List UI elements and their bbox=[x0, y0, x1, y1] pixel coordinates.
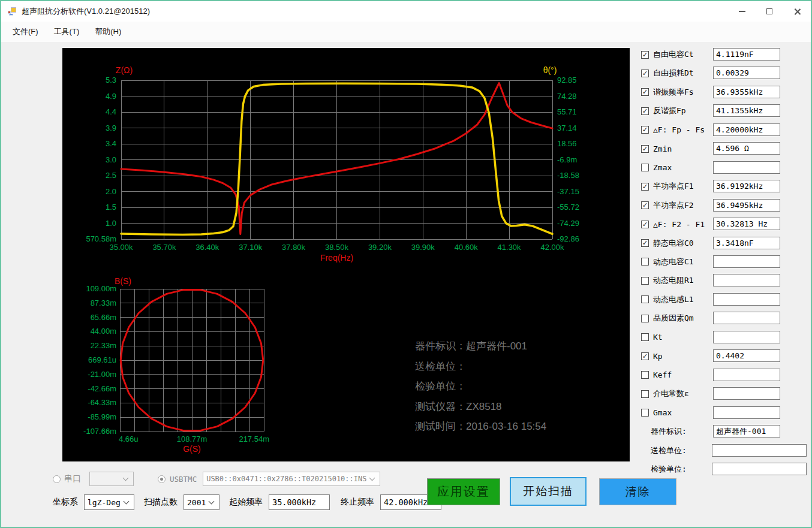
stop-freq-label: 终止频率 bbox=[341, 497, 374, 508]
field-fp[interactable] bbox=[713, 104, 780, 117]
tick-label: 22.33m bbox=[91, 341, 116, 350]
app-window: 超声阻抗分析软件(V1.0.21@201512) 文件(F) 工具(T) 帮助(… bbox=[0, 0, 812, 528]
tick-label: 2.5 bbox=[106, 171, 116, 180]
field-sender-unit[interactable] bbox=[712, 444, 807, 457]
field-qm[interactable] bbox=[713, 312, 780, 324]
tick-label: 4.4 bbox=[106, 107, 116, 116]
menu-help[interactable]: 帮助(H) bbox=[87, 22, 129, 41]
close-button[interactable] bbox=[783, 1, 811, 22]
checkbox-kt[interactable] bbox=[641, 333, 649, 341]
label-kt: Kt bbox=[653, 333, 663, 342]
field-c0[interactable] bbox=[713, 237, 780, 249]
usbtmc-radio[interactable] bbox=[158, 475, 166, 483]
field-df-f2-f1[interactable] bbox=[713, 218, 780, 230]
coord-system-combo[interactable]: lgZ-Deg bbox=[84, 494, 134, 510]
result-row-dt: 自由损耗Dt bbox=[640, 67, 811, 80]
field-f1[interactable] bbox=[713, 180, 780, 192]
apply-settings-button[interactable]: 应用设置 bbox=[427, 478, 500, 505]
usbtmc-address-combo[interactable]: USB0::0x0471::0x2786::T020215010::INSTR bbox=[203, 472, 380, 486]
checkbox-l1[interactable] bbox=[641, 295, 649, 303]
result-row-epsilon: 介电常数ε bbox=[640, 387, 811, 400]
charts-svg: 5.34.94.43.93.43.02.52.01.51.0570.58m92.… bbox=[62, 48, 630, 461]
menu-tools[interactable]: 工具(T) bbox=[46, 22, 88, 41]
minimize-button[interactable] bbox=[728, 1, 756, 22]
checkbox-kp[interactable] bbox=[641, 352, 649, 360]
serial-port-combo[interactable] bbox=[89, 472, 134, 486]
result-row-kt: Kt bbox=[640, 331, 811, 344]
field-epsilon[interactable] bbox=[713, 387, 780, 400]
field-inspector-unit[interactable] bbox=[712, 463, 807, 475]
field-c1[interactable] bbox=[713, 255, 780, 268]
checkbox-zmin[interactable] bbox=[641, 145, 649, 153]
result-row-f2: 半功率点F2 bbox=[640, 199, 811, 212]
label-fp: 反谐振Fp bbox=[653, 105, 686, 116]
label-c0: 静态电容C0 bbox=[653, 238, 694, 249]
field-r1[interactable] bbox=[713, 274, 780, 286]
checkbox-epsilon[interactable] bbox=[641, 390, 649, 398]
field-ct[interactable] bbox=[713, 48, 780, 61]
field-zmax[interactable] bbox=[713, 161, 780, 174]
results-panel: 自由电容Ct自由损耗Dt谐振频率Fs反谐振Fp△F: Fp - FsZminZm… bbox=[640, 47, 811, 476]
tick-label: 18.56 bbox=[557, 139, 577, 148]
app-icon-square-yellow bbox=[11, 7, 16, 13]
checkbox-dt[interactable] bbox=[641, 70, 649, 77]
maximize-button[interactable] bbox=[756, 1, 783, 22]
tick-label: 39.90k bbox=[411, 243, 435, 252]
checkbox-gmax[interactable] bbox=[641, 409, 649, 417]
tick-label: 35.00k bbox=[109, 243, 133, 252]
checkbox-f1[interactable] bbox=[641, 183, 649, 191]
checkbox-df-fp-fs[interactable] bbox=[641, 126, 649, 134]
start-scan-button[interactable]: 开始扫描 bbox=[510, 477, 587, 506]
plot-panel: 5.34.94.43.93.43.02.52.01.51.0570.58m92.… bbox=[62, 48, 630, 461]
checkbox-r1[interactable] bbox=[641, 277, 649, 285]
field-zmin[interactable] bbox=[713, 142, 780, 155]
result-row-kp: Kp bbox=[640, 349, 811, 363]
field-gmax[interactable] bbox=[713, 406, 780, 419]
field-dt[interactable] bbox=[713, 67, 780, 79]
tick-label: 87.33m bbox=[91, 298, 116, 307]
checkbox-c0[interactable] bbox=[641, 239, 649, 247]
field-keff[interactable] bbox=[713, 369, 780, 381]
menu-file[interactable]: 文件(F) bbox=[5, 22, 46, 41]
checkbox-fs[interactable] bbox=[641, 88, 649, 96]
result-row-keff: Keff bbox=[640, 369, 811, 382]
content-area: 5.34.94.43.93.43.02.52.01.51.0570.58m92.… bbox=[1, 42, 811, 527]
menu-bar: 文件(F) 工具(T) 帮助(H) bbox=[1, 22, 811, 42]
field-kt[interactable] bbox=[713, 331, 780, 343]
checkbox-f2[interactable] bbox=[641, 201, 649, 209]
id-row-inspector-unit: 检验单位: bbox=[640, 463, 811, 476]
result-row-zmin: Zmin bbox=[640, 142, 811, 155]
label-keff: Keff bbox=[653, 370, 672, 379]
field-df-fp-fs[interactable] bbox=[713, 123, 780, 136]
chevron-down-icon bbox=[124, 499, 130, 505]
checkbox-keff[interactable] bbox=[641, 371, 649, 379]
tick-label: 40.60k bbox=[455, 243, 479, 252]
tick-label: -37.15 bbox=[557, 187, 579, 196]
start-freq-input[interactable] bbox=[269, 494, 330, 510]
checkbox-fp[interactable] bbox=[641, 107, 649, 115]
checkbox-ct[interactable] bbox=[641, 51, 649, 59]
label-sender-unit: 送检单位: bbox=[651, 445, 687, 456]
chevron-down-icon bbox=[369, 475, 375, 481]
tick-label: -92.86 bbox=[557, 234, 579, 243]
label-ct: 自由电容Ct bbox=[653, 49, 694, 60]
checkbox-c1[interactable] bbox=[641, 258, 649, 265]
serial-radio[interactable] bbox=[53, 475, 61, 483]
field-f2[interactable] bbox=[713, 199, 780, 212]
tick-label: -107.66m bbox=[83, 427, 116, 436]
tick-label: -6.9m bbox=[557, 155, 577, 164]
checkbox-zmax[interactable] bbox=[641, 164, 649, 171]
clear-button[interactable]: 清除 bbox=[599, 478, 676, 505]
checkbox-df-f2-f1[interactable] bbox=[641, 221, 649, 228]
tick-label: 37.14 bbox=[557, 123, 577, 132]
label-r1: 动态电阻R1 bbox=[653, 275, 694, 286]
title-bar: 超声阻抗分析软件(V1.0.21@201512) bbox=[1, 1, 811, 22]
scan-points-combo[interactable]: 2001 bbox=[184, 494, 219, 510]
checkbox-qm[interactable] bbox=[641, 315, 649, 322]
sweep-settings-row: 坐标系 lgZ-Deg 扫描点数 2001 起始频率 终止频率 bbox=[53, 494, 452, 511]
field-kp[interactable] bbox=[713, 349, 780, 362]
field-device-id[interactable] bbox=[713, 425, 780, 438]
field-fs[interactable] bbox=[713, 86, 780, 98]
tick-label: 35.70k bbox=[152, 243, 176, 252]
field-l1[interactable] bbox=[713, 293, 780, 306]
